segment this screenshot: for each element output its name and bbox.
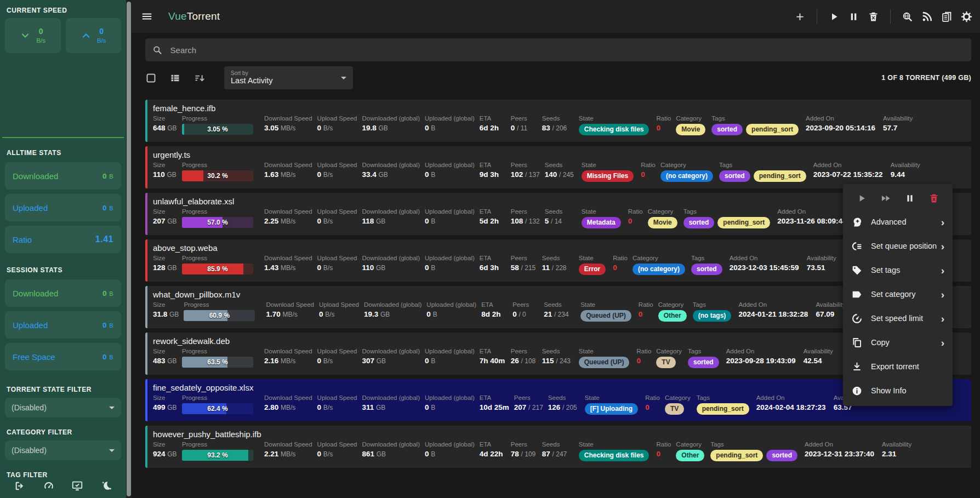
- torrent-row[interactable]: female_hence.ifb Size 648 GB Progress 3.…: [145, 100, 971, 142]
- cell-dl: Download Speed 3.05 MB/s: [264, 115, 312, 132]
- cell-peers: Peers 108 / 132: [511, 208, 540, 225]
- menu-item-advanced[interactable]: Advanced ›: [843, 210, 953, 234]
- delete-icon[interactable]: [928, 193, 939, 204]
- topbar: VueTorrent: [132, 0, 980, 33]
- added-on-value: 2024-02-04 18:27:23: [756, 403, 829, 411]
- search-input[interactable]: [169, 45, 964, 55]
- column-label: Uploaded (global): [426, 301, 476, 308]
- list-toolbar: Sort by Last Activity 1 OF 8 TORRENT (49…: [145, 66, 971, 89]
- column-label: Upload Speed: [317, 441, 357, 448]
- torrent-state-filter-select[interactable]: (Disabled): [5, 398, 121, 417]
- cell-ulg: Uploaded (global) 0 B: [425, 441, 475, 458]
- column-label: Availability: [891, 162, 920, 168]
- cell-dlg: Downloaded (global) 110 GB: [362, 255, 420, 272]
- seeds-value: 11 / 228: [542, 264, 574, 272]
- cell-size: Size 128 GB: [153, 255, 177, 272]
- settings-icon[interactable]: [961, 11, 972, 22]
- downloaded-value: 861 GB: [362, 450, 420, 458]
- cell-dlg: Downloaded (global) 311 GB: [362, 394, 420, 411]
- column-label: Size: [153, 441, 177, 448]
- column-label: State: [582, 162, 634, 168]
- column-label: Size: [153, 394, 177, 401]
- monitor-check-icon[interactable]: [71, 480, 83, 492]
- log-icon[interactable]: [941, 11, 953, 22]
- search-engine-icon[interactable]: [902, 11, 913, 22]
- column-label: State: [579, 441, 649, 448]
- column-label: Peers: [514, 394, 543, 401]
- theme-mode-icon[interactable]: [100, 480, 112, 492]
- menu-item-set-tags[interactable]: Set tags ›: [843, 258, 953, 282]
- menu-item-show-info[interactable]: Show Info: [843, 379, 953, 403]
- logout-icon[interactable]: [14, 480, 26, 492]
- download-speed-value: 2.16 MB/s: [264, 357, 312, 365]
- search-icon: [152, 45, 163, 55]
- ratio-value: 0: [628, 217, 643, 225]
- sort-order-icon[interactable]: [193, 72, 205, 84]
- uploaded-value: 0 B: [425, 170, 475, 179]
- cell-prog: Progress 85.9 %: [182, 255, 259, 274]
- added-on-value: 2024-01-21 18:32:28: [738, 310, 811, 318]
- stat-label: Ratio: [13, 235, 32, 244]
- add-icon[interactable]: [794, 11, 806, 22]
- stat-card: Free Space 0 B: [5, 343, 121, 370]
- cell-size: Size 483 GB: [153, 348, 177, 365]
- cell-ulg: Uploaded (global) 0 B: [425, 348, 475, 365]
- column-label: Tags: [710, 441, 797, 448]
- cell-eta: ETA 6d 2h: [480, 115, 506, 132]
- cell-seeds: Seeds 21 / 234: [544, 301, 576, 318]
- menu-item-set-category[interactable]: Set category ›: [843, 282, 953, 306]
- cell-cat: Category TV: [665, 394, 691, 415]
- torrent-stats: Size 648 GB Progress 3.05 % Download Spe…: [153, 115, 971, 135]
- cell-ul: Upload Speed 0 B/s: [319, 301, 359, 318]
- view-list-icon[interactable]: [169, 72, 181, 84]
- sort-select[interactable]: Sort by Last Activity: [224, 66, 353, 89]
- menu-item-export-torrent[interactable]: Export torrent: [843, 354, 953, 379]
- search-bar[interactable]: [145, 38, 971, 61]
- torrent-row[interactable]: urgently.ts Size 110 GB Progress 30.2 % …: [145, 146, 971, 188]
- cell-seeds: Seeds 126 / 205: [548, 394, 580, 411]
- menu-icon[interactable]: [141, 10, 153, 22]
- peers-value: 78 / 109: [511, 450, 537, 458]
- cell-size: Size 207 GB: [153, 208, 177, 225]
- pause-all-icon[interactable]: [848, 11, 859, 22]
- resume-all-icon[interactable]: [828, 11, 840, 22]
- uploaded-value: 0 B: [425, 217, 475, 225]
- stat-card: Downloaded 0 B: [5, 162, 121, 190]
- delete-icon[interactable]: [868, 11, 879, 22]
- session-stats-label: SESSION STATS: [7, 257, 126, 274]
- availability-value: 73.51: [807, 264, 836, 272]
- menu-item-copy[interactable]: Copy ›: [843, 330, 953, 354]
- column-label: Upload Speed: [317, 394, 357, 401]
- progress-bar: 85.9 %: [182, 264, 253, 274]
- scrollbar-thumb[interactable]: [127, 2, 131, 496]
- size-value: 648 GB: [153, 124, 177, 132]
- force-resume-icon[interactable]: [880, 193, 891, 204]
- queue-position-icon: [851, 241, 863, 252]
- stat-card: Uploaded 0 B: [5, 194, 121, 221]
- menu-item-label: Set category: [871, 290, 915, 299]
- cell-cat: Category Movie: [676, 115, 705, 135]
- eta-value: 6d 2h: [480, 124, 506, 132]
- eta-value: 6d 3h: [480, 264, 506, 272]
- added-on-value: 2023-09-28 19:43:09: [726, 357, 799, 365]
- torrent-row[interactable]: however_pushy_battleship.ifb Size 924 GB…: [145, 426, 971, 468]
- cell-peers: Peers 102 / 137: [511, 162, 540, 179]
- menu-item-set-queue-position[interactable]: Set queue position ›: [843, 234, 953, 258]
- menu-item-set-speed-limit[interactable]: Set speed limit ›: [843, 306, 953, 330]
- category-badge: TV: [656, 357, 675, 368]
- resume-icon[interactable]: [856, 193, 867, 204]
- column-label: Peers: [511, 255, 537, 261]
- speed-gauge-icon[interactable]: [43, 480, 55, 492]
- column-label: State: [579, 115, 649, 122]
- chevron-down-icon: [20, 30, 31, 41]
- sidebar-scrollbar[interactable]: [126, 0, 132, 498]
- column-label: Category: [660, 162, 713, 168]
- category-filter-select[interactable]: (Disabled): [5, 440, 121, 460]
- pause-icon[interactable]: [904, 193, 915, 204]
- select-mode-icon[interactable]: [145, 72, 157, 84]
- context-menu: Advanced › Set queue position › Set tags…: [843, 184, 953, 406]
- cell-tags: Tags sortedpending_sort: [719, 162, 806, 182]
- column-label: Peers: [511, 441, 537, 448]
- cell-eta: ETA 6d 3h: [480, 255, 506, 272]
- rss-icon[interactable]: [921, 11, 933, 22]
